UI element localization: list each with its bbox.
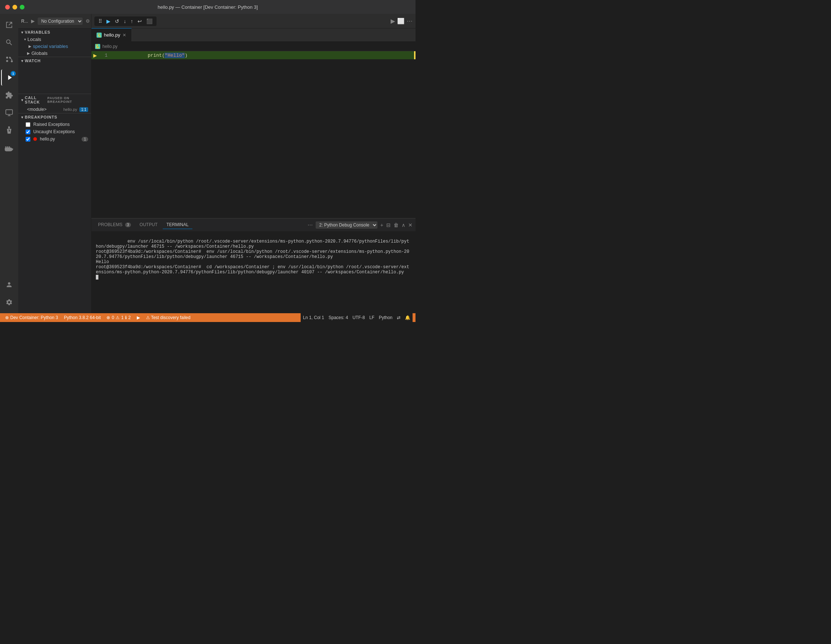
- debug-step-into-button[interactable]: ↓: [122, 18, 128, 25]
- minimize-window-button[interactable]: [13, 5, 17, 10]
- svg-rect-3: [5, 147, 6, 147]
- activity-source-control[interactable]: [1, 52, 17, 68]
- editor-topbar-right: ▶ ⬜ ⋯: [391, 18, 412, 24]
- raised-exceptions-checkbox[interactable]: [25, 122, 30, 127]
- status-eol[interactable]: LF: [367, 313, 377, 322]
- variables-header[interactable]: ▾ VARIABLES: [18, 29, 91, 36]
- status-encoding[interactable]: UTF-8: [350, 313, 367, 322]
- encoding-label: UTF-8: [353, 315, 365, 320]
- watch-content: [18, 64, 91, 94]
- activity-search[interactable]: [1, 34, 17, 51]
- tab-close-button[interactable]: ✕: [123, 33, 126, 38]
- more-button[interactable]: ⋯: [407, 18, 412, 24]
- debug-continue-button[interactable]: ▶: [105, 18, 112, 25]
- hello-py-breakpoint-checkbox[interactable]: [25, 137, 30, 142]
- activity-explorer[interactable]: [1, 17, 17, 33]
- watch-header[interactable]: ▾ WATCH: [18, 57, 91, 64]
- debug-step-over-button[interactable]: ↺: [113, 18, 121, 25]
- breakpoints-header[interactable]: ▾ BREAKPOINTS: [18, 113, 91, 121]
- paused-badge: PAUSED ON BREAKPOINT: [48, 96, 87, 104]
- globals-label: Globals: [32, 51, 48, 56]
- debug-grip-button[interactable]: ⠿: [97, 18, 104, 25]
- uncaught-exceptions-checkbox[interactable]: [25, 129, 30, 134]
- terminal-tabs: PROBLEMS 3 OUTPUT TERMINAL ⋯ 2: Python D…: [91, 218, 416, 232]
- globals-item[interactable]: ▶ Globals: [18, 50, 91, 57]
- breakpoints-title: BREAKPOINTS: [25, 115, 57, 119]
- debug-step-out-button[interactable]: ↑: [129, 18, 135, 25]
- status-sync[interactable]: ⇄: [395, 313, 403, 322]
- terminal-tab[interactable]: TERMINAL: [163, 221, 193, 229]
- callstack-title: CALL STACK: [25, 96, 48, 104]
- file-tabs: 🐍 hello.py ✕: [91, 29, 416, 42]
- hello-py-breakpoint-label: hello.py: [40, 137, 55, 142]
- debug-settings-button[interactable]: ⚙: [84, 18, 91, 24]
- run-file-button[interactable]: ▶: [391, 18, 395, 24]
- activity-account[interactable]: [1, 277, 17, 293]
- status-errors[interactable]: ⊗ 0 ⚠ 1 ℹ 2: [104, 313, 133, 322]
- output-tab[interactable]: OUTPUT: [136, 221, 161, 229]
- errors-count: 0: [111, 315, 114, 320]
- terminal-console-select[interactable]: 2: Python Debug Console: [316, 222, 377, 229]
- debug-stop-button[interactable]: ⬛: [145, 18, 154, 25]
- uncaught-exceptions-item[interactable]: Uncaught Exceptions: [18, 128, 91, 135]
- breadcrumb-icon: 🐍: [95, 44, 100, 49]
- status-run[interactable]: ▶: [135, 313, 142, 322]
- status-spaces[interactable]: Spaces: 4: [326, 313, 350, 322]
- debug-toolbar: R... ▶ No Configuration ⚙ ⋯: [18, 14, 91, 29]
- locals-item[interactable]: ▾ Locals: [18, 36, 91, 43]
- callstack-module-label: <module>: [27, 107, 46, 112]
- output-tab-label: OUTPUT: [140, 222, 158, 227]
- raised-exceptions-label: Raised Exceptions: [33, 122, 70, 127]
- code-line-1: ▶ 1 print("Hello"): [91, 51, 416, 59]
- warnings-count: 1: [121, 315, 124, 320]
- status-python[interactable]: Python 3.8.2 64-bit: [62, 313, 103, 322]
- watch-chevron: ▾: [21, 59, 24, 63]
- special-variables-item[interactable]: ▶ special variables: [18, 43, 91, 50]
- app: 1: [0, 14, 416, 322]
- tab-label: hello.py: [104, 32, 120, 38]
- activity-extensions[interactable]: [1, 87, 17, 103]
- terminal-more-button[interactable]: ⋯: [307, 222, 313, 228]
- layout-button[interactable]: ⬜: [397, 18, 404, 24]
- terminal-tab-label: TERMINAL: [166, 222, 189, 227]
- activity-test[interactable]: [1, 122, 17, 138]
- callstack-header[interactable]: ▾ CALL STACK PAUSED ON BREAKPOINT: [18, 94, 91, 106]
- activity-remote[interactable]: [1, 105, 17, 121]
- debug-restart-button[interactable]: ↩: [136, 18, 144, 25]
- status-test[interactable]: ⚠ Test discovery failed: [144, 313, 193, 322]
- callstack-item[interactable]: <module> hello.py 1:1: [18, 106, 91, 113]
- problems-tab[interactable]: PROBLEMS 3: [94, 221, 135, 229]
- watch-title: WATCH: [25, 59, 41, 63]
- problems-tab-label: PROBLEMS: [98, 222, 123, 227]
- add-terminal-button[interactable]: +: [380, 222, 383, 228]
- raised-exceptions-item[interactable]: Raised Exceptions: [18, 121, 91, 128]
- status-bell[interactable]: 🔔: [403, 313, 412, 322]
- spaces-label: Spaces: 4: [328, 315, 348, 320]
- activity-docker[interactable]: [1, 141, 17, 157]
- trash-terminal-button[interactable]: 🗑: [393, 222, 399, 228]
- status-language[interactable]: Python: [377, 313, 395, 322]
- split-terminal-button[interactable]: ⊟: [386, 222, 391, 228]
- status-position[interactable]: Ln 1, Col 1: [301, 313, 326, 322]
- remote-icon: ⊗: [5, 315, 9, 320]
- hello-py-breakpoint-item[interactable]: hello.py 1: [18, 135, 91, 143]
- status-container[interactable]: ⊗ Dev Container: Python 3: [3, 313, 60, 322]
- breakpoint-dot: [33, 137, 37, 141]
- expand-terminal-button[interactable]: ∧: [401, 222, 405, 228]
- debug-config-select[interactable]: No Configuration: [38, 18, 83, 25]
- code-editor[interactable]: ▶ 1 print("Hello"): [91, 51, 416, 218]
- start-debug-button[interactable]: ▶: [30, 18, 36, 24]
- editor-area: ⠿ ▶ ↺ ↓ ↑ ↩ ⬛ ▶ ⬜ ⋯ 🐍 hello.py: [91, 14, 416, 313]
- main-row: 1: [0, 14, 416, 313]
- close-terminal-button[interactable]: ✕: [408, 222, 412, 228]
- close-window-button[interactable]: [5, 5, 10, 10]
- special-variables-chevron: ▶: [29, 44, 32, 48]
- line-number-1: 1: [99, 53, 113, 58]
- maximize-window-button[interactable]: [20, 5, 24, 10]
- activity-run[interactable]: 1: [1, 70, 17, 86]
- breakpoint-line-badge: 1: [81, 137, 88, 142]
- terminal-content[interactable]: env /usr/local/bin/python /root/.vscode-…: [91, 232, 416, 313]
- title-bar: hello.py — Container [Dev Container: Pyt…: [0, 0, 416, 14]
- file-tab-hello-py[interactable]: 🐍 hello.py ✕: [91, 28, 132, 41]
- activity-settings[interactable]: [1, 294, 17, 310]
